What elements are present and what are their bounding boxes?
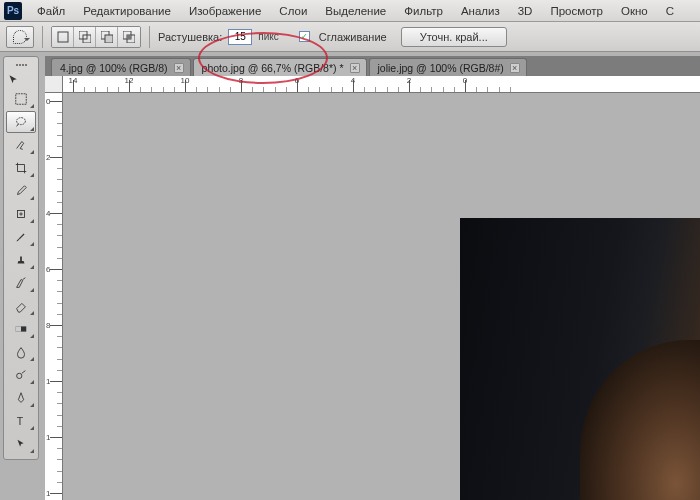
feather-unit: пикс xyxy=(258,31,279,42)
antialias-checkbox[interactable]: ✓ xyxy=(299,31,310,42)
document-tab[interactable]: 4.jpg @ 100% (RGB/8)× xyxy=(51,58,191,76)
options-bar: Растушевка: пикс ✓ Сглаживание Уточн. кр… xyxy=(0,22,700,52)
image-content xyxy=(460,218,700,500)
menu-analysis[interactable]: Анализ xyxy=(452,2,509,20)
clone-stamp-tool[interactable] xyxy=(6,249,36,271)
blur-tool[interactable] xyxy=(6,341,36,363)
move-tool[interactable] xyxy=(6,72,21,87)
close-icon[interactable]: × xyxy=(350,63,360,73)
dodge-tool[interactable] xyxy=(6,364,36,386)
lasso-tool[interactable] xyxy=(6,111,36,133)
menu-filter[interactable]: Фильтр xyxy=(395,2,452,20)
menu-edit[interactable]: Редактирование xyxy=(74,2,180,20)
menu-layers[interactable]: Слои xyxy=(270,2,316,20)
marquee-tool[interactable] xyxy=(6,88,36,110)
gradient-tool[interactable] xyxy=(6,318,36,340)
separator xyxy=(42,26,43,48)
ruler-corner xyxy=(45,76,63,93)
menu-3d[interactable]: 3D xyxy=(509,2,542,20)
svg-point-13 xyxy=(17,373,22,378)
antialias-label: Сглаживание xyxy=(319,31,387,43)
document-tab[interactable]: jolie.jpg @ 100% (RGB/8#)× xyxy=(369,58,527,76)
tool-panel: T xyxy=(3,56,39,460)
pen-tool[interactable] xyxy=(6,387,36,409)
type-tool[interactable]: T xyxy=(6,410,36,432)
svg-point-9 xyxy=(17,118,26,125)
panel-grip[interactable] xyxy=(4,60,38,70)
eyedropper-tool[interactable] xyxy=(6,180,36,202)
selection-add-button[interactable] xyxy=(74,27,96,47)
menu-file[interactable]: Файл xyxy=(28,2,74,20)
svg-rect-7 xyxy=(127,35,131,39)
healing-brush-tool[interactable] xyxy=(6,203,36,225)
quick-select-tool[interactable] xyxy=(6,134,36,156)
selection-subtract-button[interactable] xyxy=(96,27,118,47)
menu-help[interactable]: С xyxy=(657,2,683,20)
history-brush-tool[interactable] xyxy=(6,272,36,294)
svg-rect-12 xyxy=(16,326,21,331)
path-select-tool[interactable] xyxy=(6,433,36,455)
tab-label: photo.jpg @ 66,7% (RGB/8*) * xyxy=(202,62,344,74)
menu-image[interactable]: Изображение xyxy=(180,2,270,20)
svg-rect-0 xyxy=(58,32,68,42)
feather-input[interactable] xyxy=(228,29,252,45)
close-icon[interactable]: × xyxy=(510,63,520,73)
selection-intersect-button[interactable] xyxy=(118,27,140,47)
menu-window[interactable]: Окно xyxy=(612,2,657,20)
menu-view[interactable]: Просмотр xyxy=(541,2,612,20)
document-tab[interactable]: photo.jpg @ 66,7% (RGB/8*) *× xyxy=(193,58,367,76)
selection-mode-group xyxy=(51,26,141,48)
ruler-vertical[interactable]: 02468111 xyxy=(45,93,63,500)
tool-preset-dropdown[interactable] xyxy=(6,26,34,48)
selection-new-button[interactable] xyxy=(52,27,74,47)
tab-label: 4.jpg @ 100% (RGB/8) xyxy=(60,62,168,74)
menu-bar: Ps Файл Редактирование Изображение Слои … xyxy=(0,0,700,22)
tab-label: jolie.jpg @ 100% (RGB/8#) xyxy=(378,62,504,74)
feather-label: Растушевка: xyxy=(158,31,222,43)
brush-tool[interactable] xyxy=(6,226,36,248)
document-tab-bar: 4.jpg @ 100% (RGB/8)× photo.jpg @ 66,7% … xyxy=(45,56,700,76)
canvas-background[interactable] xyxy=(63,93,700,500)
ruler-horizontal[interactable]: 14121086420 xyxy=(63,76,700,93)
lasso-icon xyxy=(13,30,27,44)
document-area: 14121086420 02468111 xyxy=(45,76,700,500)
svg-rect-8 xyxy=(16,94,27,105)
svg-rect-4 xyxy=(105,35,113,43)
refine-edge-button[interactable]: Уточн. край... xyxy=(401,27,507,47)
image-detail xyxy=(580,340,700,500)
app-logo: Ps xyxy=(4,2,22,20)
svg-text:T: T xyxy=(17,415,24,427)
menu-select[interactable]: Выделение xyxy=(316,2,395,20)
eraser-tool[interactable] xyxy=(6,295,36,317)
crop-tool[interactable] xyxy=(6,157,36,179)
separator xyxy=(149,26,150,48)
close-icon[interactable]: × xyxy=(174,63,184,73)
